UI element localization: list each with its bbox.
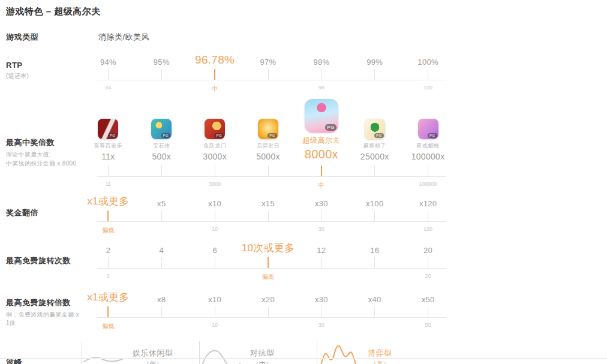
tick-mark bbox=[374, 257, 375, 268]
super-golf-game-icon: PG bbox=[305, 99, 338, 133]
axis-label: 100 bbox=[401, 85, 455, 92]
axis-label bbox=[135, 322, 188, 329]
scale-value: 97% bbox=[242, 58, 295, 67]
scale-value: x1或更多 bbox=[82, 194, 135, 208]
scale-value: x10 bbox=[188, 199, 242, 208]
game-name: 鱼跃龙门 bbox=[203, 142, 226, 150]
free-spin-multiplier-scale: x1或更多x8x10x20x30x40x50偏低103050 bbox=[82, 290, 455, 329]
axis-line bbox=[97, 317, 446, 318]
max-win-desc-1: 理论中奖最大值: bbox=[6, 151, 82, 159]
scale-value: 6 bbox=[188, 246, 242, 255]
scale-value: 99% bbox=[348, 58, 401, 67]
scale-value: x30 bbox=[295, 295, 348, 304]
tick-mark bbox=[268, 306, 269, 317]
game-multiplier: 5000x bbox=[256, 152, 280, 161]
dragon-gate-game-icon: PG bbox=[205, 119, 225, 139]
volatility-type-name: 对抗型 bbox=[250, 348, 275, 359]
bonus-multiplier-row: 奖金翻倍 x1或更多x5x10x15x30x100x120偏低1030120 bbox=[0, 194, 607, 233]
scale-value: 12 bbox=[295, 246, 348, 255]
axis-label: 3000 bbox=[188, 181, 242, 188]
tick-mark bbox=[215, 306, 215, 317]
axis-label bbox=[348, 226, 401, 233]
page-title: 游戏特色 – 超级高尔夫 bbox=[0, 0, 607, 17]
game-name: 超级高尔夫 bbox=[303, 136, 341, 146]
pg-badge: PG bbox=[374, 133, 384, 138]
tick-mark bbox=[161, 166, 162, 176]
tick-mark bbox=[108, 166, 109, 176]
tick-mark bbox=[161, 257, 162, 268]
game-name: 宝石侠 bbox=[153, 142, 170, 150]
scale-value: x5 bbox=[135, 199, 188, 208]
axis-label: 30 bbox=[295, 226, 348, 233]
tick-mark bbox=[161, 210, 162, 221]
axis-line bbox=[97, 80, 446, 80]
axis-label bbox=[135, 226, 188, 233]
tick-mark bbox=[374, 69, 375, 80]
volatility-type: 娱乐休闲型（低） bbox=[82, 341, 199, 364]
bonus-multiplier-scale: x1或更多x5x10x15x30x100x120偏低1030120 bbox=[82, 194, 455, 233]
tick-mark bbox=[215, 257, 215, 268]
volatility-type-label: 博弈型（高） bbox=[368, 348, 392, 364]
game-cell: PG鱼跃龙门3000x bbox=[188, 119, 242, 161]
free-spins-label: 最高免费旋转次数 bbox=[6, 255, 82, 266]
volatility-type: 对抗型（中） bbox=[199, 341, 317, 364]
scale-value: 16 bbox=[348, 246, 401, 255]
game-features-page: 游戏特色 – 超级高尔夫 游戏类型 消除类/欧美风 RTP (返还率) 94%9… bbox=[0, 0, 607, 364]
axis-label bbox=[348, 85, 401, 92]
axis-line bbox=[97, 268, 446, 269]
tick-mark bbox=[428, 210, 428, 221]
tick-mark bbox=[214, 69, 215, 80]
tick-mark bbox=[108, 257, 109, 268]
scale-value: x120 bbox=[401, 199, 455, 208]
tick-mark bbox=[374, 306, 375, 317]
game-type-value: 消除类/欧美风 bbox=[98, 32, 455, 43]
mahjong-ways-game-icon: PG bbox=[365, 119, 385, 139]
scale-value: x10 bbox=[188, 295, 242, 304]
pg-badge: PG bbox=[428, 133, 437, 138]
game-multiplier: 100000x bbox=[411, 152, 445, 161]
axis-label bbox=[242, 226, 295, 233]
tick-mark bbox=[321, 306, 321, 317]
volatility-type-label: 娱乐休闲型（低） bbox=[133, 348, 173, 364]
axis-label bbox=[295, 273, 348, 280]
tick-mark bbox=[107, 306, 109, 317]
tick-mark bbox=[321, 257, 321, 268]
tick-mark bbox=[321, 166, 322, 176]
volatility-charts: 娱乐休闲型（低）对抗型（中）博弈型（高） bbox=[82, 341, 455, 364]
game-cell: PG至尊百家乐11x bbox=[82, 119, 135, 161]
max-win-scale: PG至尊百家乐11xPG宝石侠500xPG鱼跃龙门3000xPG后羿射日5000… bbox=[82, 99, 455, 188]
axis-line bbox=[97, 176, 446, 177]
rtp-row: RTP (返还率) 94%95%96.78%97%98%99%100%94中98… bbox=[0, 53, 607, 92]
tick-mark bbox=[268, 257, 269, 268]
game-cell: PG宝石侠500x bbox=[135, 119, 188, 161]
game-cell: PG后羿射日5000x bbox=[242, 119, 295, 161]
scale-value: 96.78% bbox=[188, 53, 242, 67]
axis-label bbox=[242, 85, 295, 92]
axis-label: 偏低 bbox=[82, 226, 135, 233]
tick-mark bbox=[428, 306, 428, 317]
axis-label bbox=[242, 322, 295, 329]
archer-sun-game-icon: PG bbox=[258, 119, 278, 139]
axis-label: 11 bbox=[82, 181, 135, 188]
tick-mark bbox=[107, 210, 109, 221]
scale-value: x15 bbox=[242, 199, 295, 208]
tick-mark bbox=[268, 166, 269, 176]
tick-mark bbox=[428, 69, 428, 80]
pg-badge: PG bbox=[325, 124, 336, 131]
tick-mark bbox=[428, 166, 428, 176]
axis-label: 98 bbox=[295, 85, 348, 92]
pg-badge: PG bbox=[108, 133, 118, 138]
axis-label: 10 bbox=[188, 322, 242, 329]
game-cell: PG麻将胡了25000x bbox=[348, 119, 401, 161]
max-win-label: 最高中奖倍数 bbox=[6, 137, 82, 148]
volatility-type-label: 对抗型（中） bbox=[250, 348, 275, 364]
rtp-label: RTP bbox=[6, 61, 82, 70]
game-type-row: 游戏类型 消除类/欧美风 bbox=[0, 32, 607, 43]
max-win-desc-2: 中奖线的投注金额 x 8000 bbox=[6, 160, 82, 168]
volatility-type-name: 娱乐休闲型 bbox=[133, 348, 173, 359]
game-multiplier: 25000x bbox=[360, 152, 389, 161]
volatility-type: 博弈型（高） bbox=[317, 341, 434, 364]
game-cell: PG超级高尔夫8000x bbox=[295, 99, 348, 161]
scale-value: x30 bbox=[295, 199, 348, 208]
scale-value: 94% bbox=[82, 58, 135, 67]
